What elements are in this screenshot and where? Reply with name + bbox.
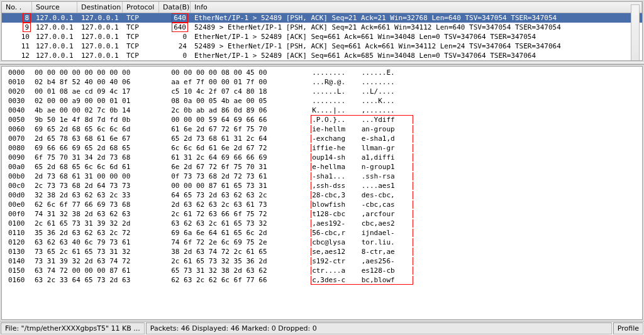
hex-row[interactable]: 00404b ae 00 00 02 7c 0b 14 2c 0b ab ad … (8, 106, 641, 115)
packet-row[interactable]: 9127.0.0.1127.0.0.1TCP64052489 > EtherNe… (2, 23, 642, 32)
hex-row[interactable]: 000000 00 00 00 00 00 00 00 00 00 00 00 … (8, 68, 641, 77)
hex-row[interactable]: 00b02d 73 68 61 31 00 00 00 0f 73 73 68 … (8, 172, 641, 181)
hex-row[interactable]: 006069 65 2d 68 65 6c 6c 6d 61 6e 2d 67 … (8, 124, 641, 134)
scrollbar[interactable] (631, 4, 640, 61)
hex-row[interactable]: 00906f 75 70 31 34 2d 73 68 61 31 2c 64 … (8, 153, 641, 162)
hex-row[interactable]: 00e062 6c 6f 77 66 69 73 68 2d 63 62 63 … (8, 200, 641, 209)
col-header-dst[interactable]: Destination (77, 2, 123, 13)
status-bar: File: "/tmp/etherXXXXgbpsT5" 11 KB ... P… (0, 321, 644, 335)
hex-row[interactable]: 008069 66 66 69 65 2d 68 65 6c 6c 6d 61 … (8, 143, 641, 153)
status-packets: Packets: 46 Displayed: 46 Marked: 0 Drop… (146, 322, 612, 334)
hex-row[interactable]: 001002 b4 8f 52 40 00 40 06 aa ef 7f 00 … (8, 77, 641, 87)
hex-row[interactable]: 00f074 31 32 38 2d 63 62 63 2c 61 72 63 … (8, 209, 641, 219)
packet-list-pane: No. . Source Destination Protocol Data(B… (1, 1, 643, 61)
status-file[interactable]: File: "/tmp/etherXXXXgbpsT5" 11 KB ... (1, 322, 145, 334)
hex-row[interactable]: 013073 65 2c 61 65 73 31 32 38 2d 63 74 … (8, 247, 641, 256)
hex-row[interactable]: 002000 01 08 ae cd 09 4c 17 c5 10 4c 2f … (8, 87, 641, 96)
hex-row[interactable]: 00509b 50 1e 4f 8d 7d fd 0b 00 00 00 59 … (8, 115, 641, 124)
packet-row[interactable]: 11127.0.0.1127.0.0.1TCP2452489 > EtherNe… (2, 41, 642, 51)
status-profile[interactable]: Profile (613, 322, 643, 334)
hex-row[interactable]: 012063 62 63 40 6c 79 73 61 74 6f 72 2e … (8, 238, 641, 247)
hex-row[interactable]: 01002c 61 65 73 31 39 32 2d 63 62 63 2c … (8, 219, 641, 228)
packet-row[interactable]: 10127.0.0.1127.0.0.1TCP0EtherNet/IP-1 > … (2, 32, 642, 41)
hex-row[interactable]: 00a065 2d 68 65 6c 6c 6d 61 6e 2d 67 72 … (8, 162, 641, 172)
pane-divider[interactable] (0, 62, 644, 65)
packet-row[interactable]: 8127.0.0.1127.0.0.1TCP640EtherNet/IP-1 >… (2, 13, 642, 23)
col-header-data[interactable]: Data(B) (159, 2, 191, 13)
packet-list-header: No. . Source Destination Protocol Data(B… (2, 2, 642, 13)
hex-dump-pane: 000000 00 00 00 00 00 00 00 00 00 00 00 … (1, 66, 643, 320)
col-header-proto[interactable]: Protocol (123, 2, 159, 13)
col-header-info[interactable]: Info (191, 2, 642, 13)
col-header-no[interactable]: No. . (2, 2, 32, 13)
packet-row[interactable]: 12127.0.0.1127.0.0.1TCP0EtherNet/IP-1 > … (2, 51, 642, 60)
hex-row[interactable]: 014073 31 39 32 2d 63 74 72 2c 61 65 73 … (8, 256, 641, 266)
packet-rows: 8127.0.0.1127.0.0.1TCP640EtherNet/IP-1 >… (2, 13, 642, 60)
hex-row[interactable]: 011035 36 2d 63 62 63 2c 72 69 6a 6e 64 … (8, 228, 641, 238)
hex-row[interactable]: 003002 00 00 a9 00 00 01 01 08 0a 00 05 … (8, 96, 641, 106)
hex-row[interactable]: 016063 2c 33 64 65 73 2d 63 62 63 2c 62 … (8, 275, 641, 285)
hex-row[interactable]: 015063 74 72 00 00 00 87 61 65 73 31 32 … (8, 266, 641, 275)
hex-row[interactable]: 00702d 65 78 63 68 61 6e 67 65 2d 73 68 … (8, 134, 641, 143)
hex-row[interactable]: 00d032 38 2d 63 62 63 2c 33 64 65 73 2d … (8, 190, 641, 200)
hex-row[interactable]: 00c02c 73 73 68 2d 64 73 73 00 00 00 87 … (8, 181, 641, 190)
col-header-src[interactable]: Source (32, 2, 77, 13)
